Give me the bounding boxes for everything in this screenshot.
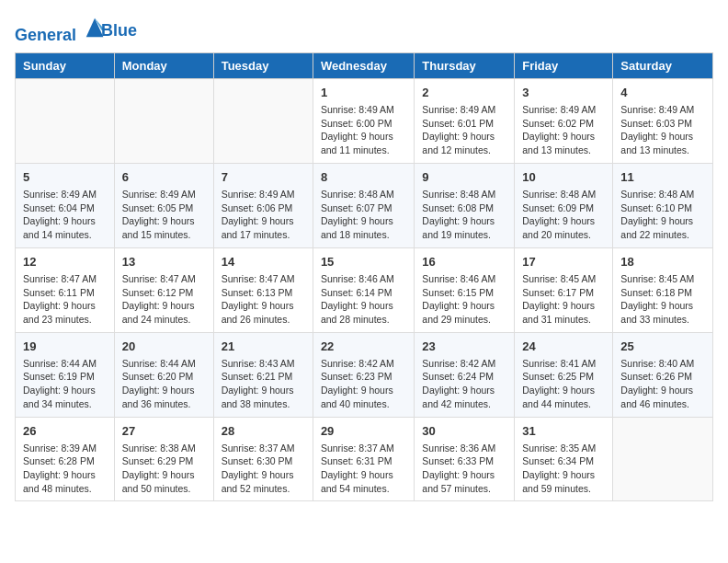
- day-content-line: Sunset: 6:18 PM: [620, 286, 705, 300]
- calendar-day-26: 26Sunrise: 8:39 AMSunset: 6:28 PMDayligh…: [16, 417, 115, 501]
- day-content-line: Daylight: 9 hours and 29 minutes.: [422, 299, 506, 326]
- day-number: 22: [321, 339, 406, 355]
- calendar-day-28: 28Sunrise: 8:37 AMSunset: 6:30 PMDayligh…: [213, 417, 313, 501]
- day-content-line: Sunset: 6:15 PM: [422, 286, 506, 300]
- day-content-line: Sunrise: 8:49 AM: [321, 103, 406, 117]
- day-content-line: Sunset: 6:31 PM: [321, 454, 406, 468]
- day-content-line: Sunrise: 8:45 AM: [522, 272, 605, 286]
- day-header-thursday: Thursday: [415, 52, 515, 78]
- calendar-day-8: 8Sunrise: 8:48 AMSunset: 6:07 PMDaylight…: [313, 163, 414, 247]
- day-content-line: Daylight: 9 hours and 23 minutes.: [23, 299, 107, 326]
- calendar-day-3: 3Sunrise: 8:49 AMSunset: 6:02 PMDaylight…: [515, 78, 613, 163]
- day-content-line: Daylight: 9 hours and 24 minutes.: [122, 299, 206, 326]
- day-content-line: Sunset: 6:09 PM: [522, 201, 605, 215]
- day-content-line: Sunset: 6:19 PM: [23, 370, 107, 384]
- page-header: General Blue: [15, 15, 713, 45]
- day-content-line: Sunrise: 8:48 AM: [422, 188, 506, 201]
- day-content-line: Sunrise: 8:37 AM: [222, 442, 305, 455]
- day-content-line: Daylight: 9 hours and 48 minutes.: [23, 468, 107, 495]
- calendar-day-6: 6Sunrise: 8:49 AMSunset: 6:05 PMDaylight…: [114, 163, 213, 247]
- day-content-line: Sunrise: 8:35 AM: [522, 442, 605, 455]
- calendar-day-7: 7Sunrise: 8:49 AMSunset: 6:06 PMDaylight…: [213, 163, 313, 247]
- day-content-line: Daylight: 9 hours and 11 minutes.: [321, 130, 406, 156]
- day-number: 12: [23, 254, 107, 270]
- day-content-line: Sunrise: 8:48 AM: [522, 188, 605, 201]
- day-content-line: Sunrise: 8:49 AM: [422, 103, 506, 117]
- day-content-line: Sunrise: 8:49 AM: [620, 103, 705, 117]
- calendar-day-30: 30Sunrise: 8:36 AMSunset: 6:33 PMDayligh…: [415, 417, 515, 501]
- logo-blue-text: Blue: [101, 22, 137, 40]
- day-content-line: Daylight: 9 hours and 50 minutes.: [122, 468, 206, 495]
- day-content-line: Daylight: 9 hours and 13 minutes.: [620, 130, 705, 156]
- day-content-line: Daylight: 9 hours and 18 minutes.: [321, 214, 406, 241]
- day-content-line: Daylight: 9 hours and 44 minutes.: [522, 384, 605, 410]
- calendar-day-24: 24Sunrise: 8:41 AMSunset: 6:25 PMDayligh…: [515, 332, 613, 417]
- calendar-day-15: 15Sunrise: 8:46 AMSunset: 6:14 PMDayligh…: [313, 247, 414, 332]
- day-number: 14: [222, 254, 305, 270]
- day-content-line: Daylight: 9 hours and 57 minutes.: [422, 468, 506, 495]
- day-content-line: Daylight: 9 hours and 20 minutes.: [522, 214, 605, 241]
- day-number: 20: [122, 339, 206, 355]
- day-number: 31: [522, 423, 605, 440]
- calendar-day-20: 20Sunrise: 8:44 AMSunset: 6:20 PMDayligh…: [114, 332, 213, 417]
- logo-text: General: [15, 15, 108, 45]
- day-content-line: Sunrise: 8:39 AM: [23, 442, 107, 455]
- day-content-line: Sunset: 6:23 PM: [321, 370, 406, 384]
- calendar-day-13: 13Sunrise: 8:47 AMSunset: 6:12 PMDayligh…: [114, 247, 213, 332]
- day-content-line: Sunrise: 8:38 AM: [122, 442, 206, 455]
- day-number: 6: [122, 169, 206, 186]
- day-content-line: Sunset: 6:11 PM: [23, 286, 107, 300]
- day-content-line: Daylight: 9 hours and 15 minutes.: [122, 214, 206, 241]
- day-content-line: Sunset: 6:10 PM: [620, 201, 705, 215]
- calendar-day-1: 1Sunrise: 8:49 AMSunset: 6:00 PMDaylight…: [313, 78, 414, 163]
- calendar-empty-cell: [613, 417, 713, 501]
- day-content-line: Daylight: 9 hours and 42 minutes.: [422, 384, 506, 410]
- day-content-line: Daylight: 9 hours and 59 minutes.: [522, 468, 605, 495]
- day-content-line: Sunset: 6:00 PM: [321, 117, 406, 131]
- calendar-table: SundayMondayTuesdayWednesdayThursdayFrid…: [15, 52, 713, 502]
- day-content-line: Daylight: 9 hours and 13 minutes.: [522, 130, 605, 156]
- day-content-line: Sunrise: 8:48 AM: [321, 188, 406, 201]
- day-content-line: Sunrise: 8:47 AM: [23, 272, 107, 286]
- day-number: 16: [422, 254, 506, 270]
- day-number: 19: [23, 339, 107, 355]
- day-content-line: Sunset: 6:30 PM: [222, 454, 305, 468]
- day-number: 24: [522, 339, 605, 355]
- calendar-day-31: 31Sunrise: 8:35 AMSunset: 6:34 PMDayligh…: [515, 417, 613, 501]
- calendar-day-22: 22Sunrise: 8:42 AMSunset: 6:23 PMDayligh…: [313, 332, 414, 417]
- day-number: 23: [422, 339, 506, 355]
- calendar-empty-cell: [16, 78, 115, 163]
- day-number: 25: [620, 339, 705, 355]
- day-number: 8: [321, 169, 406, 186]
- day-content-line: Sunset: 6:07 PM: [321, 201, 406, 215]
- day-header-wednesday: Wednesday: [313, 52, 414, 78]
- calendar-day-12: 12Sunrise: 8:47 AMSunset: 6:11 PMDayligh…: [16, 247, 115, 332]
- calendar-week-row: 26Sunrise: 8:39 AMSunset: 6:28 PMDayligh…: [16, 417, 713, 501]
- day-number: 28: [222, 423, 305, 440]
- day-content-line: Sunset: 6:34 PM: [522, 454, 605, 468]
- day-header-sunday: Sunday: [16, 52, 115, 78]
- day-content-line: Daylight: 9 hours and 12 minutes.: [422, 130, 506, 156]
- day-header-friday: Friday: [515, 52, 613, 78]
- day-content-line: Sunrise: 8:48 AM: [620, 188, 705, 201]
- day-number: 21: [222, 339, 305, 355]
- calendar-week-row: 12Sunrise: 8:47 AMSunset: 6:11 PMDayligh…: [16, 247, 713, 332]
- day-content-line: Daylight: 9 hours and 17 minutes.: [222, 214, 305, 241]
- day-content-line: Sunrise: 8:49 AM: [522, 103, 605, 117]
- day-content-line: Daylight: 9 hours and 54 minutes.: [321, 468, 406, 495]
- day-content-line: Sunset: 6:21 PM: [222, 370, 305, 384]
- day-content-line: Sunrise: 8:43 AM: [222, 357, 305, 371]
- day-number: 10: [522, 169, 605, 186]
- calendar-day-17: 17Sunrise: 8:45 AMSunset: 6:17 PMDayligh…: [515, 247, 613, 332]
- day-content-line: Daylight: 9 hours and 31 minutes.: [522, 299, 605, 326]
- day-header-saturday: Saturday: [613, 52, 713, 78]
- day-content-line: Sunset: 6:28 PM: [23, 454, 107, 468]
- day-number: 11: [620, 169, 705, 186]
- day-content-line: Daylight: 9 hours and 52 minutes.: [222, 468, 305, 495]
- day-content-line: Sunrise: 8:46 AM: [321, 272, 406, 286]
- day-content-line: Sunset: 6:20 PM: [122, 370, 206, 384]
- day-number: 13: [122, 254, 206, 270]
- day-content-line: Sunset: 6:24 PM: [422, 370, 506, 384]
- calendar-day-29: 29Sunrise: 8:37 AMSunset: 6:31 PMDayligh…: [313, 417, 414, 501]
- day-number: 9: [422, 169, 506, 186]
